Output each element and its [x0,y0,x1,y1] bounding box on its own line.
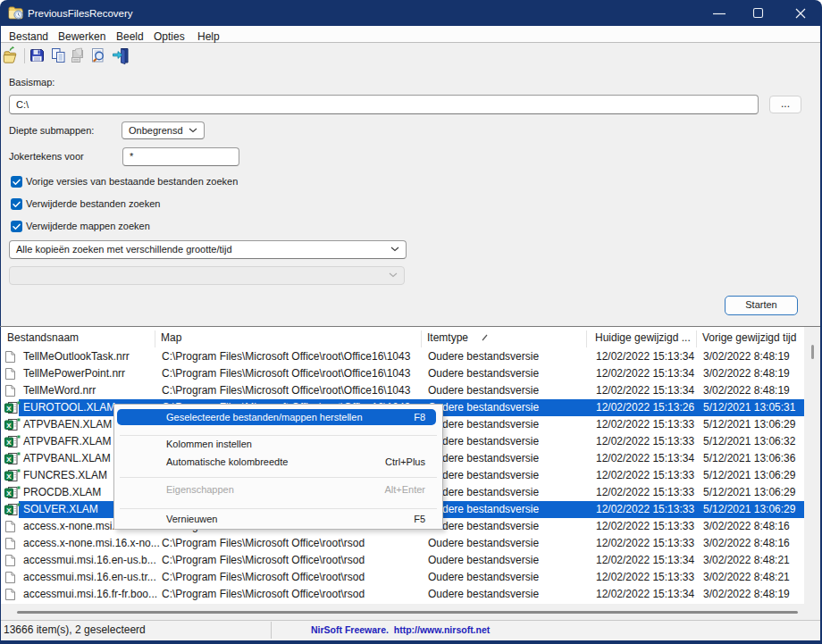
svg-text:X: X [6,439,12,447]
svg-text:X: X [6,506,12,514]
svg-text:X: X [6,489,12,498]
svg-text:X: X [6,456,12,464]
svg-text:X: X [6,422,12,430]
svg-text:X: X [6,473,12,481]
svg-text:X: X [6,405,12,413]
